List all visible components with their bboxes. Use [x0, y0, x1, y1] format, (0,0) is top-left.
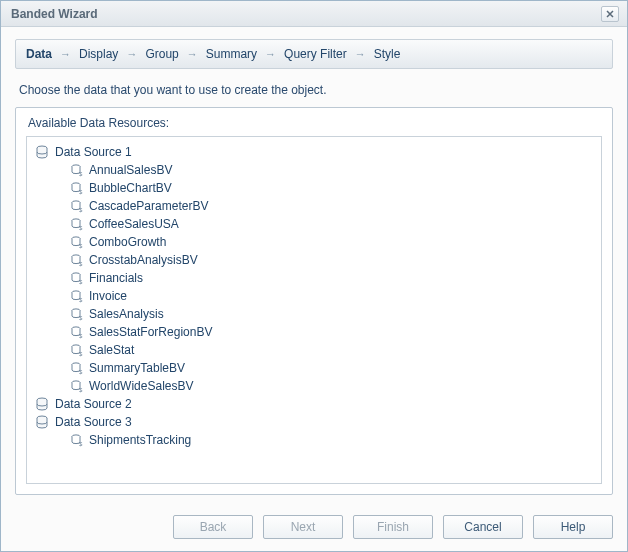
- view-node-invoice[interactable]: $Invoice: [69, 287, 593, 305]
- business-view-icon: $: [69, 325, 83, 339]
- window-title: Banded Wizard: [11, 7, 601, 21]
- section-label: Available Data Resources:: [28, 116, 602, 130]
- wizard-window: Banded Wizard Data→Display→Group→Summary…: [0, 0, 628, 552]
- view-node-annualsalesbv[interactable]: $AnnualSalesBV: [69, 161, 593, 179]
- database-icon: [35, 397, 49, 411]
- view-node-summarytablebv[interactable]: $SummaryTableBV: [69, 359, 593, 377]
- cancel-button[interactable]: Cancel: [443, 515, 523, 539]
- close-icon: [606, 10, 614, 18]
- svg-text:$: $: [79, 279, 83, 285]
- view-label: AnnualSalesBV: [89, 163, 172, 177]
- resource-tree: Data Source 1$AnnualSalesBV$BubbleChartB…: [35, 143, 593, 449]
- svg-text:$: $: [79, 189, 83, 195]
- view-node-salestat[interactable]: $SaleStat: [69, 341, 593, 359]
- chevron-right-icon: →: [60, 48, 71, 60]
- svg-text:$: $: [79, 225, 83, 231]
- view-label: BubbleChartBV: [89, 181, 172, 195]
- titlebar: Banded Wizard: [1, 1, 627, 27]
- view-node-bubblechartbv[interactable]: $BubbleChartBV: [69, 179, 593, 197]
- view-label: Invoice: [89, 289, 127, 303]
- main-panel: Available Data Resources: Data Source 1$…: [15, 107, 613, 495]
- svg-text:$: $: [79, 243, 83, 249]
- view-label: ComboGrowth: [89, 235, 166, 249]
- back-button[interactable]: Back: [173, 515, 253, 539]
- business-view-icon: $: [69, 307, 83, 321]
- svg-text:$: $: [79, 315, 83, 321]
- datasource-label: Data Source 1: [55, 145, 132, 159]
- business-view-icon: $: [69, 217, 83, 231]
- view-node-financials[interactable]: $Financials: [69, 269, 593, 287]
- view-label: CascadeParameterBV: [89, 199, 208, 213]
- business-view-icon: $: [69, 163, 83, 177]
- view-node-cascadeparameterbv[interactable]: $CascadeParameterBV: [69, 197, 593, 215]
- view-node-shipmentstracking[interactable]: $ShipmentsTracking: [69, 431, 593, 449]
- next-button[interactable]: Next: [263, 515, 343, 539]
- view-node-combogrowth[interactable]: $ComboGrowth: [69, 233, 593, 251]
- instruction-text: Choose the data that you want to use to …: [19, 83, 609, 97]
- help-button[interactable]: Help: [533, 515, 613, 539]
- svg-text:$: $: [79, 351, 83, 357]
- view-node-salesanalysis[interactable]: $SalesAnalysis: [69, 305, 593, 323]
- close-button[interactable]: [601, 6, 619, 22]
- button-row: Back Next Finish Cancel Help: [1, 505, 627, 551]
- content-area: Data→Display→Group→Summary→Query Filter→…: [1, 27, 627, 505]
- view-node-crosstabanalysisbv[interactable]: $CrosstabAnalysisBV: [69, 251, 593, 269]
- step-bar: Data→Display→Group→Summary→Query Filter→…: [15, 39, 613, 69]
- business-view-icon: $: [69, 181, 83, 195]
- svg-text:$: $: [79, 297, 83, 303]
- business-view-icon: $: [69, 199, 83, 213]
- step-summary[interactable]: Summary: [206, 47, 257, 61]
- svg-text:$: $: [79, 261, 83, 267]
- view-label: CrosstabAnalysisBV: [89, 253, 198, 267]
- business-view-icon: $: [69, 433, 83, 447]
- chevron-right-icon: →: [187, 48, 198, 60]
- view-label: CoffeeSalesUSA: [89, 217, 179, 231]
- business-view-icon: $: [69, 361, 83, 375]
- view-label: Financials: [89, 271, 143, 285]
- chevron-right-icon: →: [126, 48, 137, 60]
- business-view-icon: $: [69, 379, 83, 393]
- business-view-icon: $: [69, 253, 83, 267]
- database-icon: [35, 145, 49, 159]
- tree-container[interactable]: Data Source 1$AnnualSalesBV$BubbleChartB…: [26, 136, 602, 484]
- view-label: SummaryTableBV: [89, 361, 185, 375]
- svg-text:$: $: [79, 207, 83, 213]
- view-label: SalesAnalysis: [89, 307, 164, 321]
- svg-text:$: $: [79, 333, 83, 339]
- business-view-icon: $: [69, 289, 83, 303]
- view-label: WorldWideSalesBV: [89, 379, 193, 393]
- step-data[interactable]: Data: [26, 47, 52, 61]
- datasource-node-data-source-3[interactable]: Data Source 3: [35, 413, 593, 431]
- view-node-coffeesalesusa[interactable]: $CoffeeSalesUSA: [69, 215, 593, 233]
- svg-text:$: $: [79, 369, 83, 375]
- business-view-icon: $: [69, 343, 83, 357]
- database-icon: [35, 415, 49, 429]
- datasource-node-data-source-1[interactable]: Data Source 1: [35, 143, 593, 161]
- step-style[interactable]: Style: [374, 47, 401, 61]
- step-display[interactable]: Display: [79, 47, 118, 61]
- view-label: ShipmentsTracking: [89, 433, 191, 447]
- view-label: SalesStatForRegionBV: [89, 325, 212, 339]
- svg-text:$: $: [79, 171, 83, 177]
- finish-button[interactable]: Finish: [353, 515, 433, 539]
- business-view-icon: $: [69, 235, 83, 249]
- datasource-label: Data Source 3: [55, 415, 132, 429]
- svg-text:$: $: [79, 441, 83, 447]
- view-label: SaleStat: [89, 343, 134, 357]
- view-node-worldwidesalesbv[interactable]: $WorldWideSalesBV: [69, 377, 593, 395]
- step-query-filter[interactable]: Query Filter: [284, 47, 347, 61]
- svg-text:$: $: [79, 387, 83, 393]
- business-view-icon: $: [69, 271, 83, 285]
- chevron-right-icon: →: [265, 48, 276, 60]
- chevron-right-icon: →: [355, 48, 366, 60]
- view-node-salesstatforregionbv[interactable]: $SalesStatForRegionBV: [69, 323, 593, 341]
- datasource-label: Data Source 2: [55, 397, 132, 411]
- datasource-node-data-source-2[interactable]: Data Source 2: [35, 395, 593, 413]
- step-group[interactable]: Group: [145, 47, 178, 61]
